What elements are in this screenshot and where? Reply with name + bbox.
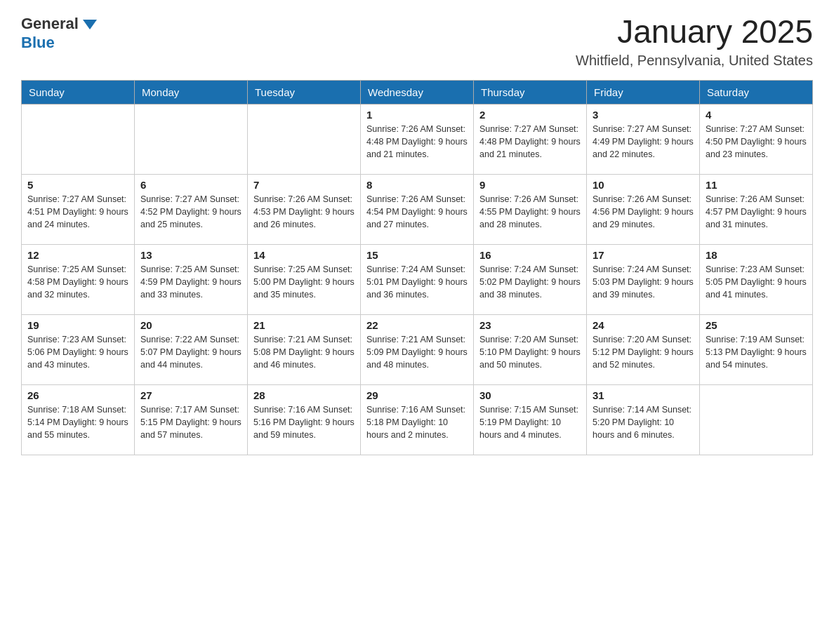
day-number: 3 bbox=[593, 109, 694, 121]
day-number: 5 bbox=[27, 179, 128, 191]
calendar-cell: 9Sunrise: 7:26 AM Sunset: 4:55 PM Daylig… bbox=[474, 174, 587, 244]
calendar-cell bbox=[248, 104, 361, 174]
week-row-2: 5Sunrise: 7:27 AM Sunset: 4:51 PM Daylig… bbox=[22, 174, 813, 244]
calendar-cell: 12Sunrise: 7:25 AM Sunset: 4:58 PM Dayli… bbox=[22, 244, 135, 314]
day-number: 15 bbox=[366, 249, 468, 261]
day-number: 22 bbox=[366, 319, 468, 331]
day-info: Sunrise: 7:26 AM Sunset: 4:56 PM Dayligh… bbox=[593, 193, 694, 231]
svg-marker-0 bbox=[83, 20, 97, 29]
day-info: Sunrise: 7:16 AM Sunset: 5:18 PM Dayligh… bbox=[366, 403, 468, 441]
day-number: 17 bbox=[593, 249, 694, 261]
day-info: Sunrise: 7:20 AM Sunset: 5:10 PM Dayligh… bbox=[479, 333, 581, 371]
calendar-header-saturday: Saturday bbox=[700, 80, 813, 104]
day-info: Sunrise: 7:20 AM Sunset: 5:12 PM Dayligh… bbox=[593, 333, 694, 371]
calendar-cell: 4Sunrise: 7:27 AM Sunset: 4:50 PM Daylig… bbox=[700, 104, 813, 174]
day-info: Sunrise: 7:26 AM Sunset: 4:55 PM Dayligh… bbox=[479, 193, 581, 231]
day-info: Sunrise: 7:21 AM Sunset: 5:09 PM Dayligh… bbox=[366, 333, 468, 371]
day-info: Sunrise: 7:26 AM Sunset: 4:54 PM Dayligh… bbox=[366, 193, 468, 231]
day-info: Sunrise: 7:25 AM Sunset: 4:58 PM Dayligh… bbox=[27, 263, 128, 301]
day-number: 19 bbox=[27, 319, 128, 331]
calendar-cell: 26Sunrise: 7:18 AM Sunset: 5:14 PM Dayli… bbox=[22, 384, 135, 455]
day-info: Sunrise: 7:27 AM Sunset: 4:49 PM Dayligh… bbox=[593, 123, 694, 161]
calendar-header-monday: Monday bbox=[135, 80, 248, 104]
day-info: Sunrise: 7:17 AM Sunset: 5:15 PM Dayligh… bbox=[140, 403, 241, 441]
day-info: Sunrise: 7:25 AM Sunset: 4:59 PM Dayligh… bbox=[140, 263, 241, 301]
calendar-cell: 10Sunrise: 7:26 AM Sunset: 4:56 PM Dayli… bbox=[587, 174, 700, 244]
location-subtitle: Whitfield, Pennsylvania, United States bbox=[576, 53, 813, 69]
title-section: January 2025 Whitfield, Pennsylvania, Un… bbox=[576, 14, 813, 69]
day-info: Sunrise: 7:27 AM Sunset: 4:50 PM Dayligh… bbox=[706, 123, 807, 161]
day-info: Sunrise: 7:16 AM Sunset: 5:16 PM Dayligh… bbox=[253, 403, 355, 441]
day-number: 25 bbox=[706, 319, 807, 331]
day-number: 13 bbox=[140, 249, 241, 261]
calendar-header-thursday: Thursday bbox=[474, 80, 587, 104]
calendar-cell: 29Sunrise: 7:16 AM Sunset: 5:18 PM Dayli… bbox=[361, 384, 474, 455]
day-info: Sunrise: 7:21 AM Sunset: 5:08 PM Dayligh… bbox=[253, 333, 355, 371]
week-row-4: 19Sunrise: 7:23 AM Sunset: 5:06 PM Dayli… bbox=[22, 314, 813, 384]
day-info: Sunrise: 7:25 AM Sunset: 5:00 PM Dayligh… bbox=[253, 263, 355, 301]
day-info: Sunrise: 7:24 AM Sunset: 5:01 PM Dayligh… bbox=[366, 263, 468, 301]
calendar-cell: 27Sunrise: 7:17 AM Sunset: 5:15 PM Dayli… bbox=[135, 384, 248, 455]
day-info: Sunrise: 7:15 AM Sunset: 5:19 PM Dayligh… bbox=[479, 403, 581, 441]
day-number: 12 bbox=[27, 249, 128, 261]
day-number: 26 bbox=[27, 389, 128, 401]
calendar-cell: 23Sunrise: 7:20 AM Sunset: 5:10 PM Dayli… bbox=[474, 314, 587, 384]
logo-text-general: General bbox=[21, 15, 79, 33]
calendar-cell: 20Sunrise: 7:22 AM Sunset: 5:07 PM Dayli… bbox=[135, 314, 248, 384]
calendar-cell: 5Sunrise: 7:27 AM Sunset: 4:51 PM Daylig… bbox=[22, 174, 135, 244]
day-number: 29 bbox=[366, 389, 468, 401]
calendar-cell: 21Sunrise: 7:21 AM Sunset: 5:08 PM Dayli… bbox=[248, 314, 361, 384]
calendar-cell: 7Sunrise: 7:26 AM Sunset: 4:53 PM Daylig… bbox=[248, 174, 361, 244]
calendar-cell bbox=[135, 104, 248, 174]
day-info: Sunrise: 7:22 AM Sunset: 5:07 PM Dayligh… bbox=[140, 333, 241, 371]
calendar-cell: 30Sunrise: 7:15 AM Sunset: 5:19 PM Dayli… bbox=[474, 384, 587, 455]
day-info: Sunrise: 7:26 AM Sunset: 4:48 PM Dayligh… bbox=[366, 123, 468, 161]
day-info: Sunrise: 7:24 AM Sunset: 5:02 PM Dayligh… bbox=[479, 263, 581, 301]
day-number: 23 bbox=[479, 319, 581, 331]
calendar-header-wednesday: Wednesday bbox=[361, 80, 474, 104]
calendar-table: SundayMondayTuesdayWednesdayThursdayFrid… bbox=[21, 80, 813, 455]
day-number: 10 bbox=[593, 179, 694, 191]
day-number: 14 bbox=[253, 249, 355, 261]
calendar-header-tuesday: Tuesday bbox=[248, 80, 361, 104]
calendar-header-sunday: Sunday bbox=[22, 80, 135, 104]
week-row-5: 26Sunrise: 7:18 AM Sunset: 5:14 PM Dayli… bbox=[22, 384, 813, 455]
calendar-header-friday: Friday bbox=[587, 80, 700, 104]
calendar-cell: 13Sunrise: 7:25 AM Sunset: 4:59 PM Dayli… bbox=[135, 244, 248, 314]
week-row-3: 12Sunrise: 7:25 AM Sunset: 4:58 PM Dayli… bbox=[22, 244, 813, 314]
week-row-1: 1Sunrise: 7:26 AM Sunset: 4:48 PM Daylig… bbox=[22, 104, 813, 174]
calendar-cell: 25Sunrise: 7:19 AM Sunset: 5:13 PM Dayli… bbox=[700, 314, 813, 384]
day-number: 20 bbox=[140, 319, 241, 331]
day-info: Sunrise: 7:23 AM Sunset: 5:05 PM Dayligh… bbox=[706, 263, 807, 301]
calendar-cell: 1Sunrise: 7:26 AM Sunset: 4:48 PM Daylig… bbox=[361, 104, 474, 174]
calendar-cell: 2Sunrise: 7:27 AM Sunset: 4:48 PM Daylig… bbox=[474, 104, 587, 174]
day-number: 30 bbox=[479, 389, 581, 401]
day-info: Sunrise: 7:23 AM Sunset: 5:06 PM Dayligh… bbox=[27, 333, 128, 371]
calendar-cell: 19Sunrise: 7:23 AM Sunset: 5:06 PM Dayli… bbox=[22, 314, 135, 384]
day-info: Sunrise: 7:18 AM Sunset: 5:14 PM Dayligh… bbox=[27, 403, 128, 441]
day-info: Sunrise: 7:26 AM Sunset: 4:57 PM Dayligh… bbox=[706, 193, 807, 231]
day-number: 2 bbox=[479, 109, 581, 121]
day-number: 18 bbox=[706, 249, 807, 261]
calendar-header-row: SundayMondayTuesdayWednesdayThursdayFrid… bbox=[22, 80, 813, 104]
calendar-cell: 15Sunrise: 7:24 AM Sunset: 5:01 PM Dayli… bbox=[361, 244, 474, 314]
calendar-cell: 24Sunrise: 7:20 AM Sunset: 5:12 PM Dayli… bbox=[587, 314, 700, 384]
day-number: 7 bbox=[253, 179, 355, 191]
calendar-cell: 17Sunrise: 7:24 AM Sunset: 5:03 PM Dayli… bbox=[587, 244, 700, 314]
day-number: 9 bbox=[479, 179, 581, 191]
calendar-cell: 6Sunrise: 7:27 AM Sunset: 4:52 PM Daylig… bbox=[135, 174, 248, 244]
calendar-cell: 11Sunrise: 7:26 AM Sunset: 4:57 PM Dayli… bbox=[700, 174, 813, 244]
day-info: Sunrise: 7:19 AM Sunset: 5:13 PM Dayligh… bbox=[706, 333, 807, 371]
logo-icon bbox=[80, 14, 100, 34]
calendar-cell: 22Sunrise: 7:21 AM Sunset: 5:09 PM Dayli… bbox=[361, 314, 474, 384]
calendar-cell bbox=[22, 104, 135, 174]
calendar-cell: 8Sunrise: 7:26 AM Sunset: 4:54 PM Daylig… bbox=[361, 174, 474, 244]
day-number: 16 bbox=[479, 249, 581, 261]
day-number: 11 bbox=[706, 179, 807, 191]
month-title: January 2025 bbox=[576, 14, 813, 50]
calendar-cell bbox=[700, 384, 813, 455]
day-number: 21 bbox=[253, 319, 355, 331]
calendar-cell: 18Sunrise: 7:23 AM Sunset: 5:05 PM Dayli… bbox=[700, 244, 813, 314]
day-number: 4 bbox=[706, 109, 807, 121]
day-number: 28 bbox=[253, 389, 355, 401]
